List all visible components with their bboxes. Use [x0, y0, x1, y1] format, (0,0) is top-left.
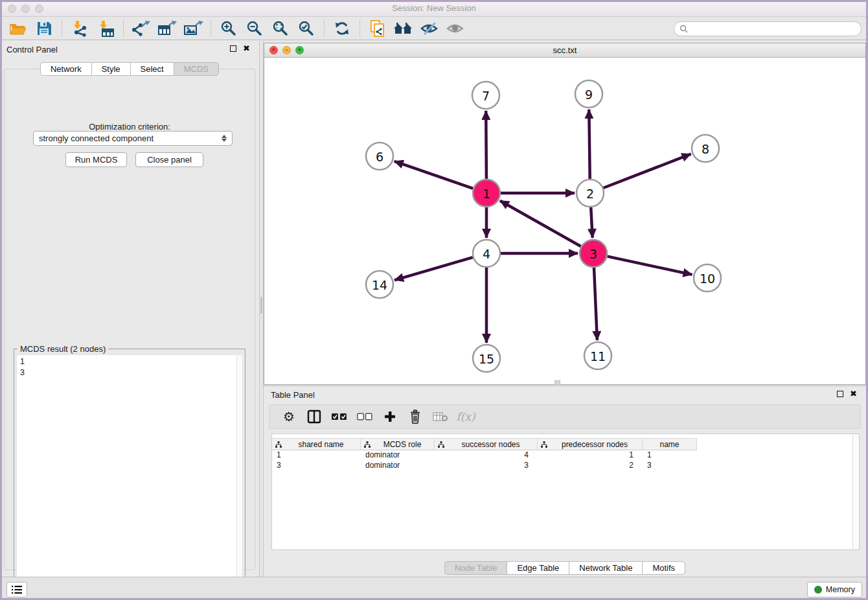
tab-motifs[interactable]: Motifs	[642, 561, 685, 575]
edge-3-1[interactable]	[500, 201, 581, 246]
column-header-mcds-role[interactable]: MCDS role	[361, 439, 435, 450]
run-mcds-button[interactable]: Run MCDS	[65, 152, 127, 167]
column-header-successor-nodes[interactable]: successor nodes	[435, 439, 538, 450]
network-graph[interactable]: 1234678910111415	[264, 58, 865, 386]
close-panel-button[interactable]: Close panel	[135, 152, 203, 167]
node-11[interactable]: 11	[584, 342, 611, 369]
deselect-all-rows-icon[interactable]	[357, 408, 372, 425]
column-header-predecessor-nodes[interactable]: predecessor nodes	[538, 439, 643, 450]
column-header-shared-name[interactable]: shared name	[272, 439, 361, 450]
network-canvas[interactable]: 1234678910111415	[264, 58, 865, 384]
tab-network-table[interactable]: Network Table	[569, 561, 642, 575]
network-close-button[interactable]: ✕	[269, 46, 278, 54]
cell-name[interactable]: 3	[643, 461, 697, 471]
tab-select[interactable]: Select	[130, 62, 174, 76]
svg-text:9: 9	[585, 87, 593, 102]
show-columns-icon[interactable]	[306, 408, 322, 425]
edge-2-8[interactable]	[604, 154, 691, 188]
node-14[interactable]: 14	[366, 271, 393, 298]
tab-style[interactable]: Style	[91, 62, 130, 76]
cell-successor-nodes[interactable]: 4	[435, 450, 538, 461]
clone-network-icon[interactable]	[365, 18, 391, 39]
tab-mcds[interactable]: MCDS	[174, 62, 219, 76]
node-10[interactable]: 10	[694, 264, 721, 292]
open-session-icon[interactable]	[5, 18, 31, 39]
edge-3-10[interactable]	[608, 257, 692, 275]
search-input[interactable]	[691, 25, 861, 34]
cell-shared-name[interactable]: 3	[272, 461, 361, 471]
export-image-icon[interactable]	[180, 18, 206, 39]
column-type-icon	[275, 441, 282, 448]
search-field[interactable]	[674, 21, 862, 36]
mcds-result-textarea[interactable]: 1 3	[16, 354, 243, 589]
edge-2-9[interactable]	[589, 110, 589, 179]
node-1[interactable]: 1	[473, 179, 500, 207]
dropdown-stepper-icon	[222, 135, 227, 142]
network-minimize-button[interactable]: −	[282, 46, 291, 54]
control-panel: Control Panel ✖ NetworkStyleSelectMCDS O…	[0, 41, 259, 577]
window-minimize-button[interactable]	[21, 5, 30, 13]
network-window-titlebar[interactable]: ✕ − + scc.txt	[264, 43, 865, 58]
export-table-icon[interactable]	[154, 18, 180, 39]
edge-1-6[interactable]	[394, 161, 474, 189]
column-header-name[interactable]: name	[643, 439, 697, 450]
window-zoom-button[interactable]	[35, 5, 43, 13]
import-table-icon[interactable]	[93, 18, 119, 39]
result-scrollbar[interactable]	[236, 355, 242, 588]
select-all-rows-icon[interactable]	[332, 408, 347, 425]
tab-network[interactable]: Network	[40, 62, 91, 76]
import-network-icon[interactable]	[67, 18, 93, 39]
cell-mcds-role[interactable]: dominator	[361, 450, 435, 461]
cell-shared-name[interactable]: 1	[272, 450, 361, 461]
export-network-icon[interactable]	[128, 18, 154, 39]
table-panel-float-icon[interactable]	[837, 391, 843, 397]
edge-1-7[interactable]	[486, 111, 486, 179]
refresh-icon[interactable]	[329, 18, 355, 39]
node-15[interactable]: 15	[473, 345, 500, 372]
node-table[interactable]: shared nameMCDS rolesuccessor nodesprede…	[271, 433, 860, 550]
memory-button[interactable]: Memory	[807, 582, 862, 597]
table-settings-gear-icon[interactable]: ⚙	[281, 408, 297, 425]
cell-name[interactable]: 1	[643, 450, 697, 461]
save-session-icon[interactable]	[31, 18, 57, 39]
show-all-eye-icon[interactable]	[442, 18, 468, 39]
edge-4-14[interactable]	[394, 257, 473, 280]
node-9[interactable]: 9	[575, 80, 602, 108]
vertical-splitter[interactable]	[259, 41, 264, 577]
node-4[interactable]: 4	[473, 240, 500, 267]
delete-table-icon	[433, 408, 448, 425]
cell-mcds-role[interactable]: dominator	[361, 461, 435, 471]
tab-edge-table[interactable]: Edge Table	[507, 561, 569, 575]
table-panel-close-icon[interactable]: ✖	[850, 391, 857, 397]
edge-2-3[interactable]	[591, 207, 593, 238]
node-3[interactable]: 3	[580, 240, 607, 267]
task-history-button[interactable]	[6, 582, 27, 597]
splitter-grip[interactable]	[260, 297, 262, 314]
network-maximize-button[interactable]: +	[295, 46, 304, 54]
zoom-selected-icon[interactable]	[293, 18, 319, 39]
node-7[interactable]: 7	[472, 82, 499, 109]
zoom-out-icon[interactable]	[242, 18, 268, 39]
window-close-button[interactable]	[8, 5, 16, 13]
zoom-fit-icon[interactable]	[268, 18, 293, 39]
control-panel-close-icon[interactable]: ✖	[243, 45, 250, 52]
table-row[interactable]: 3dominator323	[272, 461, 697, 471]
criterion-dropdown[interactable]: strongly connected component	[33, 131, 233, 146]
node-2[interactable]: 2	[577, 179, 604, 207]
table-scrollbar[interactable]	[852, 434, 859, 549]
edge-3-11[interactable]	[594, 268, 597, 340]
cell-predecessor-nodes[interactable]: 1	[538, 450, 643, 461]
delete-row-trash-icon[interactable]	[407, 408, 423, 425]
zoom-in-icon[interactable]	[216, 18, 242, 39]
node-6[interactable]: 6	[366, 143, 393, 170]
table-row[interactable]: 1dominator411	[272, 450, 697, 461]
cell-successor-nodes[interactable]: 3	[435, 461, 538, 471]
control-panel-float-icon[interactable]	[230, 45, 236, 52]
first-neighbors-icon[interactable]	[391, 18, 417, 39]
horizontal-splitter-handle[interactable]	[554, 380, 560, 385]
hide-selected-eye-slash-icon[interactable]	[417, 18, 442, 39]
tab-node-table[interactable]: Node Table	[444, 561, 507, 575]
node-8[interactable]: 8	[692, 135, 719, 162]
cell-predecessor-nodes[interactable]: 2	[538, 461, 643, 471]
add-row-icon[interactable]	[382, 408, 398, 425]
